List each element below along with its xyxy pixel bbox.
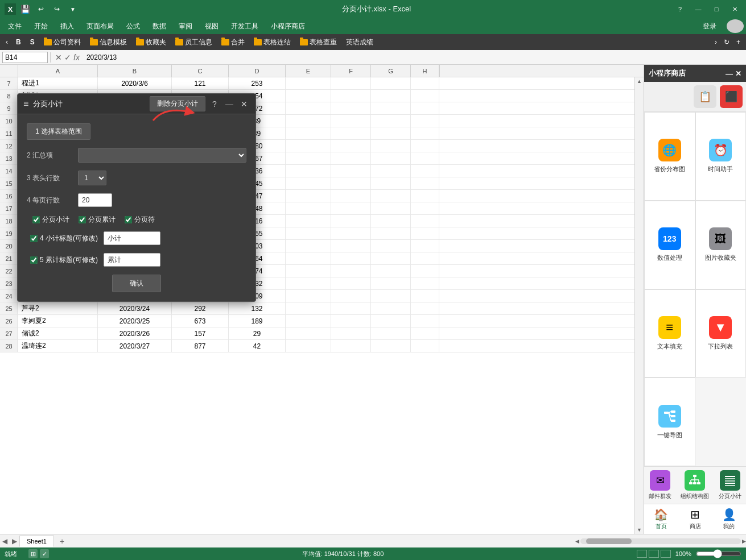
panel-item-time[interactable]: ⏰ 时间助手 [695,112,747,201]
close-button[interactable]: ✕ [728,3,741,15]
dialog-help-button[interactable]: ? [209,98,220,110]
bookmark-add[interactable]: + [734,37,743,47]
cell-reference[interactable] [2,52,48,63]
cell-g[interactable] [371,227,411,239]
bookmark-employee[interactable]: 员工信息 [172,36,216,48]
cell-b[interactable]: 2020/3/25 [98,315,172,327]
cell-g[interactable] [371,77,411,89]
cell-h[interactable] [411,340,439,352]
cell-h[interactable] [411,165,439,177]
panel-item-numbers[interactable]: 123 数值处理 [644,201,695,289]
cell-b[interactable]: 2020/3/6 [98,77,172,89]
cell-e[interactable] [286,177,331,189]
cell-h[interactable] [411,115,439,127]
insert-function-icon[interactable]: fx [73,53,80,62]
cell-f[interactable] [331,327,371,339]
cancel-formula-icon[interactable]: ✕ [55,53,62,62]
cell-e[interactable] [286,165,331,177]
panel-item-photos[interactable]: 🖼 图片收藏夹 [695,201,747,289]
col-header-b[interactable]: B [98,65,172,77]
cell-h[interactable] [411,77,439,89]
cell-g[interactable] [371,115,411,127]
cell-c[interactable]: 877 [172,340,229,352]
cell-d[interactable]: 189 [229,315,286,327]
cell-h[interactable] [411,240,439,252]
checkbox-cumulative-title[interactable]: 5 累计标题(可修改) [30,255,98,265]
bookmark-favorites[interactable]: 收藏夹 [133,36,170,48]
cell-e[interactable] [286,127,331,139]
col-header-a[interactable]: A [18,65,98,77]
status-icon-1[interactable]: ⊞ [28,549,38,558]
cell-c[interactable]: 673 [172,315,229,327]
cell-h[interactable] [411,252,439,264]
cell-a[interactable]: 李妸夏2 [18,315,98,327]
cell-h[interactable] [411,327,439,339]
delete-subtotal-button[interactable]: 删除分页小计 [150,96,205,111]
cell-g[interactable] [371,302,411,314]
header-rows-select[interactable]: 1 2 3 [78,171,106,185]
cell-a[interactable]: 温琦连2 [18,340,98,352]
cell-e[interactable] [286,327,331,339]
cell-f[interactable] [331,290,371,302]
panel-item-dropdown[interactable]: ▼ 下拉列表 [695,289,747,378]
bookmark-tablecheck[interactable]: 表格查重 [296,36,340,48]
cell-f[interactable] [331,190,371,202]
nav-store[interactable]: ⊞ 商店 [678,504,712,534]
cell-h[interactable] [411,152,439,164]
cell-e[interactable] [286,140,331,152]
cell-e[interactable] [286,227,331,239]
page-break-view[interactable] [661,550,671,558]
checkbox-page-cumulative[interactable]: 分页累计 [79,215,116,225]
cell-f[interactable] [331,90,371,102]
vertical-scrollbar[interactable]: ▲ ▼ [634,77,644,534]
cell-f[interactable] [331,340,371,352]
cell-h[interactable] [411,202,439,214]
cell-b[interactable]: 2020/3/24 [98,302,172,314]
cell-f[interactable] [331,302,371,314]
menu-home[interactable]: 开始 [28,20,53,33]
cell-g[interactable] [371,277,411,289]
cell-e[interactable] [286,277,331,289]
dialog-close-button[interactable]: ✕ [238,98,250,110]
checkbox-subtotal-title[interactable]: 4 小计标题(可修改) [30,234,98,243]
cell-e[interactable] [286,265,331,277]
normal-view[interactable] [637,550,647,558]
save-button[interactable]: 💾 [18,3,32,15]
cell-e[interactable] [286,215,331,227]
panel-item-location[interactable]: 🌐 省份分布图 [644,112,695,201]
confirm-formula-icon[interactable]: ✓ [64,53,71,62]
menu-formula[interactable]: 公式 [121,20,146,33]
cell-h[interactable] [411,290,439,302]
redo-button[interactable]: ↪ [50,3,64,15]
cell-h[interactable] [411,215,439,227]
bookmark-template[interactable]: 信息模板 [86,36,130,48]
cell-g[interactable] [371,102,411,114]
cell-h[interactable] [411,227,439,239]
cell-h[interactable] [411,127,439,139]
cell-g[interactable] [371,90,411,102]
bookmark-tablelink[interactable]: 表格连结 [250,36,294,48]
cell-e[interactable] [286,77,331,89]
formula-input[interactable] [84,52,744,63]
cell-c[interactable]: 121 [172,77,229,89]
page-layout-view[interactable] [649,550,659,558]
horizontal-scrollbar[interactable]: ◀ ▶ [575,537,746,545]
cell-f[interactable] [331,227,371,239]
bottom-icon-org[interactable]: 组织结构图 [681,470,709,500]
cell-g[interactable] [371,290,411,302]
summary-field-select[interactable] [78,148,246,163]
cell-f[interactable] [331,277,371,289]
table-row[interactable]: 25 芦寻2 2020/3/24 292 132 [0,302,644,315]
cell-f[interactable] [331,102,371,114]
cell-f[interactable] [331,165,371,177]
right-panel-minimize[interactable]: — [726,69,733,78]
cell-a[interactable]: 芦寻2 [18,302,98,314]
cell-f[interactable] [331,315,371,327]
maximize-button[interactable]: □ [710,3,723,15]
featured-icon-1[interactable]: 📋 [694,85,716,108]
cell-g[interactable] [371,215,411,227]
login-button[interactable]: 登录 [696,20,723,33]
cell-h[interactable] [411,102,439,114]
cell-g[interactable] [371,127,411,139]
col-header-h[interactable]: H [411,65,439,77]
